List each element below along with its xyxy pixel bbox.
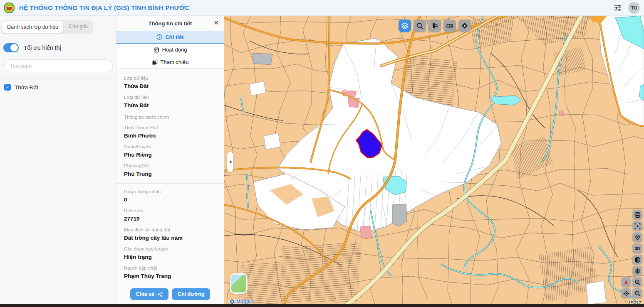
field-label: Phường/Xã: [124, 163, 216, 168]
detail-panel-title: Thông tin chi tiết: [149, 20, 192, 27]
3d-icon[interactable]: 3D: [632, 243, 642, 253]
center-icon[interactable]: [632, 221, 642, 231]
3d-label: 3D: [635, 246, 640, 251]
map4d-label: Map4D: [236, 299, 253, 305]
field-label: Diện tích: [124, 208, 216, 213]
locate-icon[interactable]: [621, 288, 631, 298]
map4d-pin-icon: [229, 299, 235, 305]
overview-minimap[interactable]: [230, 273, 248, 294]
tab-layer-list[interactable]: Danh sách lớp dữ liệu: [2, 21, 64, 33]
field-label: Tỉnh/Thành Phố: [124, 125, 216, 130]
detail-panel: Thông tin chi tiết ✕ Chi tiết Hoạt động …: [116, 16, 224, 304]
app-header: HỆ THỐNG THÔNG TIN ĐỊA LÝ (GIS) TỈNH BÌN…: [0, 0, 644, 16]
sidebar-tabbar: Danh sách lớp dữ liệu Chú giải: [1, 20, 93, 34]
directions-icon[interactable]: [458, 20, 471, 32]
cadastral-map[interactable]: [224, 16, 644, 307]
tab-detail[interactable]: Chi tiết: [116, 31, 224, 44]
page-title: HỆ THỐNG THÔNG TIN ĐỊA LÝ (GIS) TỈNH BÌN…: [19, 4, 189, 11]
sliders-icon[interactable]: [613, 3, 622, 12]
tab-activity[interactable]: Hoạt động: [116, 44, 224, 56]
field-value: Đất trồng cây lâu năm: [124, 235, 216, 241]
info-icon: [156, 34, 162, 40]
field-value: Thửa Đất: [124, 83, 216, 89]
layer-checkbox[interactable]: ✓: [4, 84, 11, 91]
field-value: Phú Trung: [124, 171, 216, 177]
field-label: Người cập nhật: [124, 265, 216, 270]
calendar-icon: [154, 47, 159, 53]
zoom-out-icon[interactable]: [632, 288, 642, 298]
tab-activity-label: Hoạt động: [162, 47, 187, 53]
map-controls: 3D: [632, 210, 642, 276]
print-icon[interactable]: [632, 210, 642, 220]
location-pin-icon[interactable]: [632, 232, 642, 242]
map-toolbar: [399, 20, 471, 32]
search-input[interactable]: [3, 59, 113, 72]
directions-button[interactable]: Chỉ đường: [172, 288, 210, 300]
measure-icon[interactable]: [443, 20, 456, 32]
field-value: 0: [124, 196, 216, 203]
tab-reference-label: Tham chiếu: [161, 59, 189, 65]
layer-label: Thửa Đất: [15, 84, 38, 91]
toggle-knob: [10, 44, 18, 52]
share-button[interactable]: Chia sẻ: [130, 288, 168, 300]
optimize-display-toggle[interactable]: [3, 43, 19, 52]
field-value: Phạm Thùy Trang: [124, 273, 216, 279]
map4d-attribution[interactable]: Map4D: [229, 299, 253, 305]
share-button-label: Chia sẻ: [136, 291, 154, 297]
field-value: Thửa Đất: [124, 102, 216, 108]
tab-detail-label: Chi tiết: [165, 34, 183, 40]
panel-collapse-handle[interactable]: ◀: [227, 152, 233, 172]
field-label: Lớp dữ liệu: [124, 76, 216, 81]
field-value: Bình Phước: [124, 133, 216, 139]
close-icon[interactable]: ✕: [213, 20, 219, 26]
field-label: Giấy chứng nhận: [124, 189, 216, 194]
map-nav-controls: [621, 277, 642, 298]
tab-reference[interactable]: Tham chiếu: [116, 56, 224, 69]
search-icon[interactable]: [414, 20, 426, 32]
map-canvas[interactable]: ◀ 3D 1:15217 Map4D: [224, 16, 644, 307]
directions-button-label: Chỉ đường: [178, 291, 204, 297]
layer-item-thua-dat[interactable]: ✓ Thửa Đất: [0, 79, 116, 96]
field-value: 27719: [124, 216, 216, 222]
field-label: Quận/Huyện: [124, 144, 216, 149]
app-logo: [3, 2, 15, 14]
reference-icon: [152, 59, 158, 65]
compass-icon[interactable]: [621, 277, 631, 287]
field-label: Loại dữ liệu: [124, 95, 216, 100]
panel-divider: [116, 183, 224, 184]
field-label: Mục đích sử dụng đất: [124, 227, 216, 232]
layers-icon[interactable]: [399, 20, 411, 32]
field-value: Phú Riềng: [124, 152, 216, 158]
field-label: Giai đoạn quy hoạch: [124, 246, 216, 251]
layer-sidebar: Danh sách lớp dữ liệu Chú giải Tối ưu hi…: [0, 16, 116, 304]
basemap-icon[interactable]: [632, 255, 642, 265]
detail-fields: Lớp dữ liệu Thửa Đất Loại dữ liệu Thửa Đ…: [116, 69, 224, 286]
optimize-display-label: Tối ưu hiển thị: [24, 44, 61, 51]
zoom-in-icon[interactable]: [632, 277, 642, 287]
identify-icon[interactable]: [429, 20, 441, 32]
section-header: Thông tin hành chính: [124, 115, 216, 120]
share-icon: [157, 292, 163, 297]
tab-legend[interactable]: Chú giải: [64, 21, 93, 33]
gis-application: HỆ THỐNG THÔNG TIN ĐỊA LÝ (GIS) TỈNH BÌN…: [0, 0, 644, 307]
field-value: Hiện trạng: [124, 254, 216, 260]
user-avatar[interactable]: TU: [628, 2, 640, 14]
bottom-bar: [0, 304, 644, 307]
settings-icon[interactable]: [632, 266, 642, 276]
